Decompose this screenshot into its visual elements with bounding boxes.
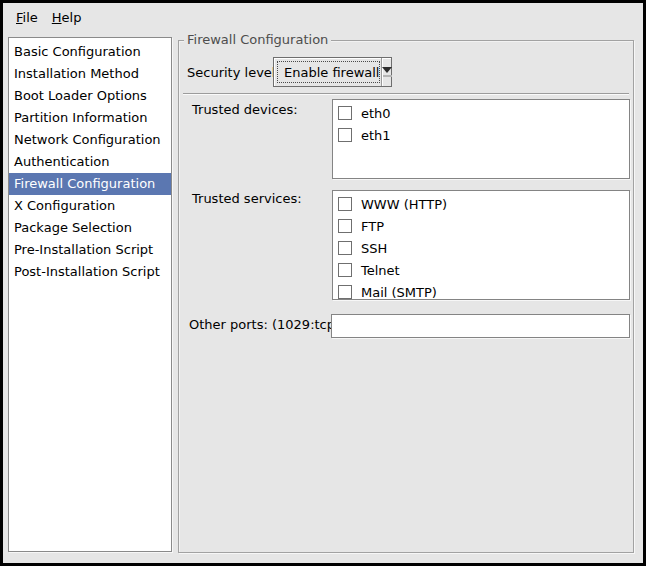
trusted-devices-label: Trusted devices: (192, 102, 298, 117)
sidebar-item-network-configuration[interactable]: Network Configuration (9, 129, 171, 151)
firewall-configuration-frame: Firewall Configuration Security level: E… (178, 40, 634, 553)
checkbox-eth1[interactable] (338, 128, 352, 142)
other-ports-label: Other ports: (1029:tcp) (189, 317, 340, 332)
kickstart-configurator-window: File Help Basic Configuration Installati… (0, 0, 646, 566)
sidebar-item-partition-information[interactable]: Partition Information (9, 107, 171, 129)
service-label: FTP (361, 219, 384, 234)
security-level-label: Security level: (187, 65, 280, 80)
trusted-service-row[interactable]: Telnet (333, 259, 629, 281)
checkbox-telnet[interactable] (338, 263, 352, 277)
sidebar-item-x-configuration[interactable]: X Configuration (9, 195, 171, 217)
security-level-dropdown[interactable]: Enable firewall (273, 57, 392, 87)
sidebar-item-pre-installation-script[interactable]: Pre-Installation Script (9, 239, 171, 261)
sidebar-item-post-installation-script[interactable]: Post-Installation Script (9, 261, 171, 283)
sidebar-item-authentication[interactable]: Authentication (9, 151, 171, 173)
menu-file[interactable]: File (9, 5, 45, 30)
security-level-value: Enable firewall (277, 61, 380, 83)
checkbox-ssh[interactable] (338, 241, 352, 255)
trusted-services-label: Trusted services: (192, 191, 302, 206)
service-label: WWW (HTTP) (361, 197, 447, 212)
service-label: Mail (SMTP) (361, 285, 437, 300)
sidebar-item-package-selection[interactable]: Package Selection (9, 217, 171, 239)
device-label: eth1 (361, 128, 391, 143)
checkbox-eth0[interactable] (338, 106, 352, 120)
service-label: Telnet (361, 263, 400, 278)
horizontal-separator (183, 93, 629, 95)
checkbox-mail-smtp[interactable] (338, 285, 352, 299)
sidebar-list: Basic Configuration Installation Method … (8, 37, 172, 552)
trusted-service-row[interactable]: SSH (333, 237, 629, 259)
frame-title: Firewall Configuration (184, 32, 331, 47)
checkbox-www-http[interactable] (338, 197, 352, 211)
trusted-service-row[interactable]: FTP (333, 215, 629, 237)
device-label: eth0 (361, 106, 391, 121)
trusted-devices-list: eth0 eth1 (332, 99, 630, 179)
other-ports-input[interactable] (331, 314, 630, 338)
trusted-service-row[interactable]: WWW (HTTP) (333, 193, 629, 215)
sidebar-item-boot-loader-options[interactable]: Boot Loader Options (9, 85, 171, 107)
checkbox-ftp[interactable] (338, 219, 352, 233)
sidebar-item-firewall-configuration[interactable]: Firewall Configuration (9, 173, 171, 195)
chevron-down-icon (381, 58, 392, 86)
trusted-device-row[interactable]: eth0 (333, 102, 629, 124)
trusted-services-list: WWW (HTTP) FTP SSH Telnet Mail (SMTP) (332, 190, 630, 300)
sidebar-item-basic-configuration[interactable]: Basic Configuration (9, 41, 171, 63)
sidebar-item-installation-method[interactable]: Installation Method (9, 63, 171, 85)
menu-help[interactable]: Help (45, 5, 89, 30)
trusted-device-row[interactable]: eth1 (333, 124, 629, 146)
service-label: SSH (361, 241, 387, 256)
menu-bar: File Help (3, 3, 643, 32)
trusted-service-row[interactable]: Mail (SMTP) (333, 281, 629, 300)
